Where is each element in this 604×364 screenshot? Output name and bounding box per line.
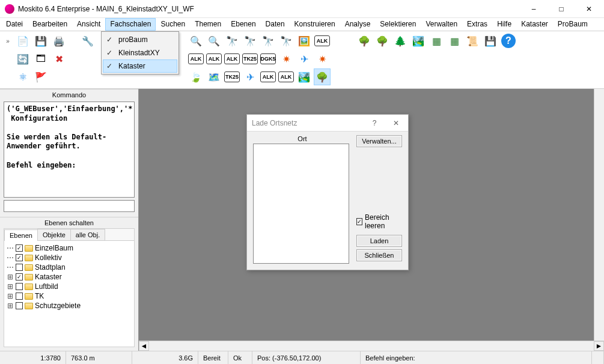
resize-grip[interactable] xyxy=(592,351,604,364)
tk25-button[interactable]: TK25 xyxy=(242,50,258,67)
menu-item-selektieren[interactable]: Selektieren xyxy=(375,18,421,31)
alk-button-2[interactable]: ALK xyxy=(188,50,204,67)
tab-alle-obj.[interactable]: alle Obj. xyxy=(70,229,105,240)
verwalten-button[interactable]: Verwalten... xyxy=(356,135,402,147)
scroll-icon[interactable]: 📜 xyxy=(464,32,481,49)
landscape-icon[interactable]: 🏞️ xyxy=(296,68,313,85)
tree-group-icon[interactable]: 🌲 xyxy=(392,32,409,49)
alk-button[interactable]: ALK xyxy=(314,32,331,49)
tree-item-einzelbaum[interactable]: ⋯✓EinzelBaum xyxy=(5,243,133,253)
flag-icon[interactable]: 🚩 xyxy=(32,68,49,85)
menu-item-ansicht[interactable]: Ansicht xyxy=(72,18,105,31)
burst-icon[interactable]: ✷ xyxy=(278,50,294,67)
scroll-right-icon[interactable]: ► xyxy=(594,341,604,351)
minimize-button[interactable]: – xyxy=(520,0,548,18)
burst2-icon[interactable]: ✷ xyxy=(314,50,331,67)
kommando-input[interactable] xyxy=(4,200,135,212)
leaf-icon[interactable]: 🍃 xyxy=(188,68,204,85)
tree2-icon[interactable]: 🌳 xyxy=(356,32,373,49)
tree-item-stadtplan[interactable]: ⋯Stadtplan xyxy=(5,262,133,272)
tree3-icon[interactable]: 🌳 xyxy=(374,32,391,49)
menu-item-hilfe[interactable]: Hilfe xyxy=(492,18,516,31)
alk-button-3[interactable]: ALK xyxy=(206,50,222,67)
tree-checkbox[interactable]: ✓ xyxy=(16,273,23,281)
menu-item-bearbeiten[interactable]: Bearbeiten xyxy=(28,18,72,31)
scroll-left-icon[interactable]: ◄ xyxy=(139,341,149,351)
tree-item-tk[interactable]: ⊞TK xyxy=(5,291,133,301)
bereich-leeren-checkbox[interactable]: ✓ xyxy=(356,218,362,225)
menu-item-verwalten[interactable]: Verwalten xyxy=(421,18,462,31)
alk-button-5[interactable]: ALK xyxy=(260,68,276,85)
dialog-close-button[interactable]: ✕ xyxy=(385,115,407,131)
photo-icon[interactable]: 🖼️ xyxy=(296,32,313,49)
ort-listbox[interactable] xyxy=(253,144,349,264)
vertical-scrollbar[interactable] xyxy=(594,89,604,341)
dropdown-item-probaum[interactable]: ✓proBaum xyxy=(103,33,177,46)
tab-objekte[interactable]: Objekte xyxy=(37,229,71,240)
menu-item-probaum[interactable]: ProBaum xyxy=(553,18,593,31)
tree-item-kataster[interactable]: ⊞✓Kataster xyxy=(5,272,133,282)
map-shape-icon[interactable]: 🗺️ xyxy=(206,68,222,85)
tree-item-schutzgebiete[interactable]: ⊞Schutzgebiete xyxy=(5,301,133,311)
menu-item-analyse[interactable]: Analyse xyxy=(340,18,376,31)
menu-item-themen[interactable]: Themen xyxy=(190,18,226,31)
menu-item-datei[interactable]: Datei xyxy=(1,18,28,31)
search2-icon[interactable]: 🔍 xyxy=(206,32,222,49)
tree-item-kollektiv[interactable]: ⋯✓Kollektiv xyxy=(5,253,133,262)
close-button[interactable]: ✕ xyxy=(575,0,603,18)
plane2-icon[interactable]: ✈ xyxy=(242,68,258,85)
refresh-button[interactable]: 🔄 xyxy=(14,50,31,67)
tree-item-luftbild[interactable]: ⊞Luftbild xyxy=(5,282,133,291)
binoculars4-icon[interactable]: 🔭 xyxy=(278,32,294,49)
save-button[interactable]: 💾 xyxy=(32,32,49,49)
window-button[interactable]: 🗔 xyxy=(32,50,49,67)
dropdown-item-kataster[interactable]: ✓Kataster xyxy=(103,59,177,73)
binoculars3-icon[interactable]: 🔭 xyxy=(260,32,276,49)
save2-icon[interactable]: 💾 xyxy=(482,32,499,49)
layers-panel-title: Ebenen schalten xyxy=(0,217,138,228)
tree-checkbox[interactable] xyxy=(16,283,23,290)
dialog-help-button[interactable]: ? xyxy=(364,115,385,131)
kommando-panel-title: Kommando xyxy=(0,89,138,100)
maximize-button[interactable]: □ xyxy=(548,0,575,18)
menu-item-suchen[interactable]: Suchen xyxy=(156,18,190,31)
horizontal-scrollbar[interactable]: ◄ ► xyxy=(139,341,604,351)
menu-item-konstruieren[interactable]: Konstruieren xyxy=(290,18,340,31)
tree-checkbox[interactable]: ✓ xyxy=(16,244,23,252)
status-position: Pos: (-376.50,172.00) xyxy=(252,351,361,364)
menu-item-extras[interactable]: Extras xyxy=(462,18,492,31)
dgk5-button[interactable]: DGK5 xyxy=(260,50,276,67)
alk-button-4[interactable]: ALK xyxy=(224,50,240,67)
menubar: DateiBearbeitenAnsichtFachschalenSuchenT… xyxy=(0,18,604,31)
tree-checkbox[interactable] xyxy=(16,293,23,300)
tree-checkbox[interactable] xyxy=(16,302,23,309)
atom-icon[interactable]: ⚛ xyxy=(14,68,31,85)
delete-button[interactable]: ✖ xyxy=(50,50,67,67)
search-map-icon[interactable]: 🔍 xyxy=(188,32,204,49)
table-icon[interactable]: ▦ xyxy=(428,32,445,49)
dropdown-item-kleinstadtxy[interactable]: ✓KleinstadtXY xyxy=(103,46,177,59)
table2-icon[interactable]: ▦ xyxy=(446,32,463,49)
tree-checkbox[interactable]: ✓ xyxy=(16,254,23,261)
menu-item-kataster[interactable]: Kataster xyxy=(516,18,553,31)
alk-button-6[interactable]: ALK xyxy=(278,68,294,85)
tool-icon[interactable]: 🔧 xyxy=(79,32,96,49)
tree-checkbox[interactable] xyxy=(16,264,23,271)
binoculars-icon[interactable]: 🔭 xyxy=(224,32,240,49)
tk25-button-2[interactable]: TK25 xyxy=(224,68,240,85)
window-title: Moskito 6.4 Enterprise - MAIN_6_Kleinsta… xyxy=(18,5,520,13)
binoculars2-icon[interactable]: 🔭 xyxy=(242,32,258,49)
menu-item-daten[interactable]: Daten xyxy=(261,18,290,31)
schliessen-button[interactable]: Schließen xyxy=(356,249,402,261)
plane-icon[interactable]: ✈ xyxy=(296,50,313,67)
new-button[interactable]: 📄 xyxy=(14,32,31,49)
map2-icon[interactable]: 🏞️ xyxy=(410,32,427,49)
menu-item-fachschalen[interactable]: Fachschalen xyxy=(105,18,156,31)
laden-button[interactable]: Laden xyxy=(356,235,402,247)
help-button[interactable]: ? xyxy=(500,32,517,49)
print-button[interactable]: 🖨️ xyxy=(50,32,67,49)
menu-item-ebenen[interactable]: Ebenen xyxy=(226,18,260,31)
tree-icon[interactable]: 🌳 xyxy=(314,68,331,85)
tab-ebenen[interactable]: Ebenen xyxy=(4,229,38,241)
toolbar-expand-icon[interactable]: » xyxy=(2,32,13,49)
